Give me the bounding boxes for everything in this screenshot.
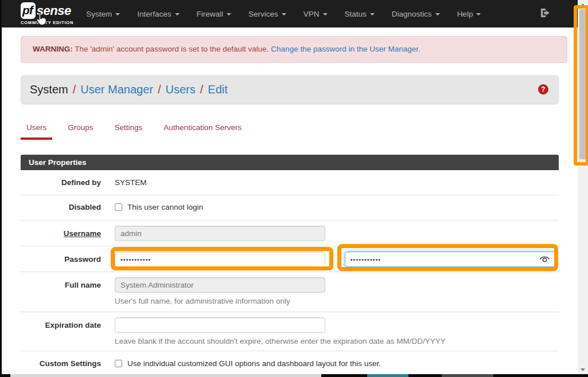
- full-name-label: Full name: [21, 277, 101, 293]
- top-navbar: pf sense COMMUNITY EDITION System Interf…: [0, 0, 588, 28]
- caret-icon: [370, 13, 375, 15]
- caret-icon: [435, 13, 440, 15]
- panel-title: User Properties: [21, 155, 559, 170]
- menu-vpn[interactable]: VPN: [303, 10, 328, 18]
- full-name-input: [115, 277, 325, 293]
- sign-out-icon[interactable]: [540, 8, 551, 20]
- tab-groups[interactable]: Groups: [62, 123, 99, 140]
- menu-system[interactable]: System: [86, 10, 120, 18]
- caret-icon: [227, 13, 231, 15]
- clipped-element-top: [442, 374, 493, 377]
- breadcrumb-user-manager[interactable]: User Manager: [80, 83, 153, 96]
- breadcrumb-edit[interactable]: Edit: [208, 83, 227, 96]
- reveal-password-eye-icon[interactable]: [539, 256, 550, 265]
- pfsense-wordmark: sense: [37, 3, 71, 18]
- menu-help[interactable]: Help: [457, 10, 481, 18]
- custom-settings-label: Custom Settings: [21, 359, 101, 368]
- breadcrumb-separator: /: [200, 83, 204, 96]
- password-label: Password: [21, 252, 101, 267]
- tab-authentication-servers[interactable]: Authentication Servers: [158, 123, 247, 140]
- caret-icon: [476, 13, 481, 15]
- scrollbar-down-arrow-icon[interactable]: [581, 368, 585, 371]
- disabled-checkbox[interactable]: [115, 203, 122, 211]
- username-label: Username: [21, 226, 101, 241]
- expiration-date-row: Expiration date Leave blank if the accou…: [21, 312, 559, 351]
- user-properties-panel: User Properties Defined by SYSTEM Disabl…: [21, 155, 559, 377]
- page-content: WARNING: The 'admin' account password is…: [21, 36, 559, 377]
- tab-bar: Users Groups Settings Authentication Ser…: [21, 123, 559, 140]
- menu-services[interactable]: Services: [248, 10, 286, 18]
- expiration-date-label: Expiration date: [21, 317, 101, 333]
- full-name-help: User's full name, for administrative inf…: [115, 297, 559, 305]
- default-password-warning: WARNING: The 'admin' account password is…: [21, 36, 567, 63]
- pfsense-user-edit-screen: pf sense COMMUNITY EDITION System Interf…: [0, 0, 588, 377]
- expiration-date-help: Leave blank if the account shouldn't exp…: [115, 337, 559, 345]
- help-icon[interactable]: ?: [538, 84, 548, 95]
- menu-diagnostics[interactable]: Diagnostics: [392, 10, 440, 18]
- password-input[interactable]: [115, 252, 325, 267]
- tab-settings[interactable]: Settings: [109, 123, 149, 140]
- caret-icon: [282, 13, 286, 15]
- caret-icon: [323, 13, 328, 15]
- caret-icon: [115, 13, 120, 15]
- warning-message: The 'admin' account password is set to t…: [73, 45, 271, 53]
- tab-users[interactable]: Users: [21, 123, 52, 140]
- window-left-edge: [0, 0, 2, 377]
- breadcrumb-system: System: [30, 83, 68, 96]
- clipped-button-top: [367, 374, 408, 377]
- expiration-date-input[interactable]: [115, 317, 325, 333]
- full-name-row: Full name User's full name, for administ…: [21, 272, 559, 312]
- disabled-checkbox-label: This user cannot login: [127, 203, 203, 211]
- custom-settings-row: Custom Settings Use individual customize…: [21, 351, 559, 377]
- breadcrumb-users[interactable]: Users: [166, 83, 196, 96]
- breadcrumb-separator: /: [73, 83, 76, 96]
- breadcrumb: System / User Manager / Users / Edit ?: [21, 75, 559, 104]
- scrollbar-up-arrow-icon[interactable]: [581, 3, 585, 6]
- menu-interfaces[interactable]: Interfaces: [137, 10, 179, 18]
- password-row: Password: [21, 246, 559, 272]
- username-row: Username: [21, 221, 559, 246]
- vertical-scrollbar[interactable]: [578, 0, 588, 377]
- bottom-clipped-content: [0, 374, 588, 377]
- community-edition-tagline: COMMUNITY EDITION: [21, 20, 73, 25]
- warning-prefix: WARNING:: [33, 45, 73, 53]
- clipped-listbox-top: [10, 374, 321, 377]
- custom-settings-checkbox-label: Use individual customized GUI options an…: [127, 359, 381, 368]
- change-password-link[interactable]: Change the password in the User Manager.: [271, 45, 420, 53]
- custom-settings-checkbox[interactable]: [115, 360, 122, 367]
- disabled-row: Disabled This user cannot login: [21, 195, 559, 221]
- defined-by-value: SYSTEM: [115, 170, 559, 195]
- defined-by-row: Defined by SYSTEM: [21, 170, 559, 195]
- scrollbar-thumb[interactable]: [579, 9, 586, 159]
- menu-firewall[interactable]: Firewall: [197, 10, 232, 18]
- menu-status[interactable]: Status: [345, 10, 375, 18]
- breadcrumb-separator: /: [158, 83, 161, 96]
- disabled-label: Disabled: [21, 203, 101, 212]
- pf-logo-mark: pf: [21, 2, 36, 19]
- confirm-password-input[interactable]: [345, 252, 555, 267]
- main-menu: System Interfaces Firewall Services VPN …: [86, 10, 481, 18]
- pfsense-logo[interactable]: pf sense COMMUNITY EDITION: [21, 2, 73, 25]
- username-input: [115, 226, 325, 241]
- defined-by-label: Defined by: [21, 170, 101, 195]
- caret-icon: [175, 13, 180, 15]
